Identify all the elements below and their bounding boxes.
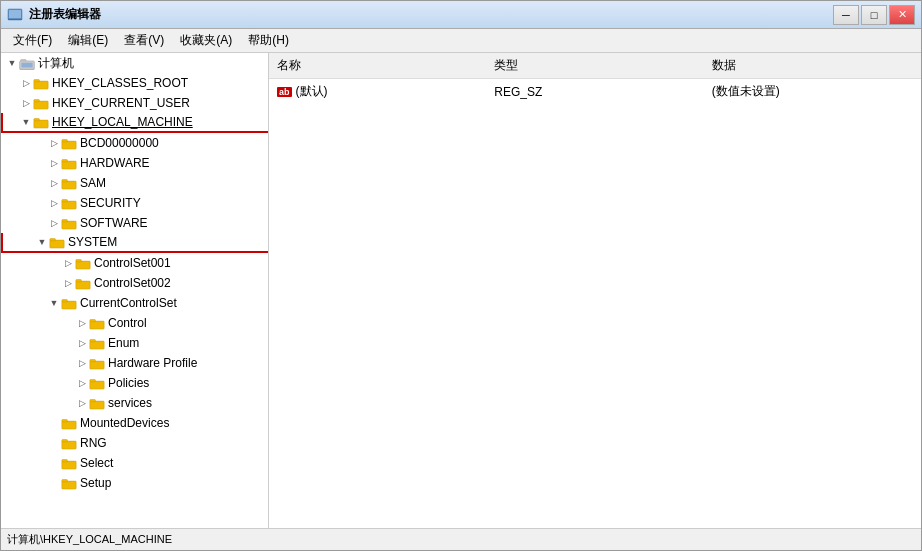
folder-select-icon	[61, 456, 77, 470]
controlset002-label: ControlSet002	[94, 277, 171, 289]
maximize-button[interactable]: □	[861, 5, 887, 25]
tree-node-security[interactable]: ▷ SECURITY	[1, 193, 268, 213]
menu-edit[interactable]: 编辑(E)	[60, 30, 116, 51]
expand-bcd[interactable]: ▷	[47, 136, 61, 150]
tree-node-policies[interactable]: ▷ Policies	[1, 373, 268, 393]
expand-currentcontrolset[interactable]: ▼	[47, 296, 61, 310]
svg-rect-28	[76, 279, 82, 281]
expand-controlset002[interactable]: ▷	[61, 276, 75, 290]
table-row[interactable]: ab(默认) REG_SZ (数值未设置)	[269, 79, 921, 105]
expand-policies[interactable]: ▷	[75, 376, 89, 390]
menu-help[interactable]: 帮助(H)	[240, 30, 297, 51]
tree-node-currentcontrolset[interactable]: ▼ CurrentControlSet	[1, 293, 268, 313]
registry-tree[interactable]: ▼ 计算机 ▷	[1, 53, 269, 528]
expand-control[interactable]: ▷	[75, 316, 89, 330]
svg-rect-36	[90, 359, 96, 361]
menu-view[interactable]: 查看(V)	[116, 30, 172, 51]
expand-system[interactable]: ▼	[35, 235, 49, 249]
menu-favorites[interactable]: 收藏夹(A)	[172, 30, 240, 51]
minimize-button[interactable]: ─	[833, 5, 859, 25]
svg-rect-33	[90, 341, 104, 349]
svg-rect-20	[62, 199, 68, 201]
controlset001-label: ControlSet001	[94, 257, 171, 269]
tree-node-local-machine[interactable]: ▼ HKEY_LOCAL_MACHINE	[1, 113, 268, 133]
tree-node-mounted-devices[interactable]: MountedDevices	[1, 413, 268, 433]
svg-rect-30	[62, 299, 68, 301]
services-label: services	[108, 397, 152, 409]
software-label: SOFTWARE	[80, 217, 148, 229]
svg-rect-17	[62, 181, 76, 189]
tree-node-software[interactable]: ▷ SOFTWARE	[1, 213, 268, 233]
svg-rect-34	[90, 339, 96, 341]
folder-software-icon	[61, 216, 77, 230]
tree-node-services[interactable]: ▷ services	[1, 393, 268, 413]
title-buttons: ─ □ ✕	[833, 5, 915, 25]
tree-node-hardware[interactable]: ▷ HARDWARE	[1, 153, 268, 173]
svg-rect-47	[62, 481, 76, 489]
tree-node-control[interactable]: ▷ Control	[1, 313, 268, 333]
expand-controlset001[interactable]: ▷	[61, 256, 75, 270]
title-icon	[7, 7, 23, 23]
tree-node-bcd[interactable]: ▷ BCD00000000	[1, 133, 268, 153]
select-label: Select	[80, 457, 113, 469]
folder-hardware-icon	[61, 156, 77, 170]
svg-rect-48	[62, 479, 68, 481]
expand-security[interactable]: ▷	[47, 196, 61, 210]
tree-node-current-user[interactable]: ▷ HKEY_CURRENT_USER	[1, 93, 268, 113]
svg-rect-15	[62, 161, 76, 169]
tree-node-controlset002[interactable]: ▷ ControlSet002	[1, 273, 268, 293]
expand-current-user[interactable]: ▷	[19, 96, 33, 110]
col-data-header: 数据	[704, 53, 921, 79]
svg-rect-13	[62, 141, 76, 149]
enum-label: Enum	[108, 337, 139, 349]
title-text: 注册表编辑器	[29, 6, 833, 23]
expand-hardware-profile[interactable]: ▷	[75, 356, 89, 370]
tree-node-classes-root[interactable]: ▷ HKEY_CLASSES_ROOT	[1, 73, 268, 93]
bcd-label: BCD00000000	[80, 137, 159, 149]
menu-file[interactable]: 文件(F)	[5, 30, 60, 51]
tree-node-setup[interactable]: Setup	[1, 473, 268, 493]
expand-software[interactable]: ▷	[47, 216, 61, 230]
registry-values-panel: 名称 类型 数据 ab(默认) REG_SZ (数值未设置)	[269, 53, 921, 528]
tree-node-sam[interactable]: ▷ SAM	[1, 173, 268, 193]
tree-node-select[interactable]: Select	[1, 453, 268, 473]
svg-rect-25	[76, 261, 90, 269]
value-type-cell: REG_SZ	[486, 79, 703, 105]
tree-node-controlset001[interactable]: ▷ ControlSet001	[1, 253, 268, 273]
svg-rect-2	[8, 19, 22, 20]
value-name-cell: ab(默认)	[269, 79, 486, 105]
svg-rect-21	[62, 221, 76, 229]
folder-sam-icon	[61, 176, 77, 190]
svg-rect-43	[62, 441, 76, 449]
tree-node-rng[interactable]: RNG	[1, 433, 268, 453]
svg-rect-16	[62, 159, 68, 161]
tree-node-system[interactable]: ▼ SYSTEM	[1, 233, 268, 253]
folder-mounted-icon	[61, 416, 77, 430]
tree-node-hardware-profile[interactable]: ▷ Hardware Profile	[1, 353, 268, 373]
expand-hardware[interactable]: ▷	[47, 156, 61, 170]
expand-sam[interactable]: ▷	[47, 176, 61, 190]
svg-rect-8	[34, 79, 40, 81]
folder-hardware-profile-icon	[89, 356, 105, 370]
folder-policies-icon	[89, 376, 105, 390]
expand-classes-root[interactable]: ▷	[19, 76, 33, 90]
expand-enum[interactable]: ▷	[75, 336, 89, 350]
tree-node-enum[interactable]: ▷ Enum	[1, 333, 268, 353]
system-label: SYSTEM	[68, 236, 117, 248]
sam-label: SAM	[80, 177, 106, 189]
control-label: Control	[108, 317, 147, 329]
current-user-label: HKEY_CURRENT_USER	[52, 97, 190, 109]
expand-local-machine[interactable]: ▼	[19, 115, 33, 129]
menu-bar: 文件(F) 编辑(E) 查看(V) 收藏夹(A) 帮助(H)	[1, 29, 921, 53]
expand-computer[interactable]: ▼	[5, 56, 19, 70]
rng-label: RNG	[80, 437, 107, 449]
security-label: SECURITY	[80, 197, 141, 209]
close-button[interactable]: ✕	[889, 5, 915, 25]
svg-rect-27	[76, 281, 90, 289]
mounted-devices-label: MountedDevices	[80, 417, 169, 429]
expand-services[interactable]: ▷	[75, 396, 89, 410]
computer-icon	[19, 56, 35, 70]
tree-node-computer[interactable]: ▼ 计算机	[1, 53, 268, 73]
svg-rect-46	[62, 459, 68, 461]
svg-rect-7	[34, 81, 48, 89]
